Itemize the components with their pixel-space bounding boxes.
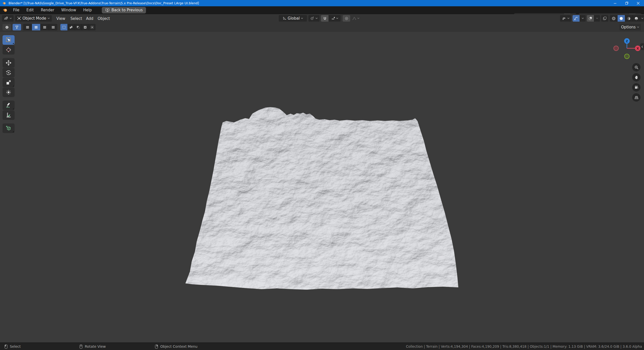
display-mode-1-button[interactable]: [23, 24, 32, 30]
overlays-toggle-button[interactable]: [587, 15, 594, 22]
add-cube-icon: [6, 125, 12, 131]
eye-cursor-icon: [562, 16, 566, 21]
select-mode-set-button[interactable]: [60, 24, 67, 30]
menu-window[interactable]: Window: [58, 6, 80, 14]
rotate-icon: [6, 70, 12, 76]
menu-select[interactable]: Select: [68, 14, 84, 23]
camera-icon: [634, 85, 639, 90]
proportional-edit-toggle[interactable]: [343, 15, 350, 22]
lines-icon: [34, 25, 38, 29]
tool-move[interactable]: [3, 58, 15, 68]
options-label: Options: [621, 25, 636, 29]
snap-toggle-button[interactable]: [321, 15, 329, 22]
magnet-icon: [323, 17, 327, 20]
options-dropdown[interactable]: Options: [619, 24, 641, 30]
display-mode-2-button[interactable]: [32, 24, 40, 30]
orientation-axes-icon: [283, 16, 287, 20]
hand-icon: [634, 75, 639, 80]
toolbar: [3, 35, 15, 133]
select-mode-subtract-button[interactable]: [74, 24, 82, 30]
mouse-middle-icon: [79, 344, 83, 349]
gizmos-toggle-button[interactable]: [573, 15, 580, 22]
editor-3d-viewport-icon: [4, 16, 8, 21]
tool-settings-bar: Options: [0, 23, 644, 32]
funnel-icon: [15, 25, 19, 29]
mouse-left-icon: [5, 344, 8, 349]
select-mode-invert-button[interactable]: [82, 24, 89, 30]
object-visibility-button[interactable]: [560, 15, 571, 22]
gizmo-axis-y-negative[interactable]: [625, 54, 629, 59]
grid-perspective-icon: [634, 95, 639, 100]
transform-icon: [6, 89, 12, 95]
gizmo-axis-x-negative[interactable]: [614, 46, 619, 51]
restore-button[interactable]: [621, 0, 632, 6]
annotate-pen-icon: [6, 102, 12, 108]
menu-help[interactable]: Help: [80, 6, 95, 14]
mode-selector[interactable]: Object Mode: [15, 15, 52, 22]
chevron-down-icon: [301, 18, 303, 19]
tool-add-cube[interactable]: [3, 123, 15, 133]
overlays-dropdown-button[interactable]: [594, 15, 600, 22]
tool-select-box[interactable]: [3, 35, 15, 45]
menu-edit[interactable]: Edit: [23, 6, 37, 14]
close-button[interactable]: [632, 0, 644, 6]
gizmos-dropdown-button[interactable]: [580, 15, 586, 22]
tool-annotate[interactable]: [3, 101, 15, 110]
back-to-previous-label: Back to Previous: [111, 8, 143, 12]
select-mode-intersect-button[interactable]: [89, 24, 96, 30]
shading-dropdown-button[interactable]: [640, 15, 644, 22]
shading-wireframe-button[interactable]: [610, 15, 617, 22]
tool-settings-gear-button[interactable]: [3, 24, 11, 30]
topbar: File Edit Render Window Help Back to Pre…: [0, 6, 644, 14]
pan-view-button[interactable]: [632, 73, 640, 81]
proportional-circle-icon: [345, 17, 348, 20]
xray-toggle-button[interactable]: [601, 15, 608, 22]
tool-transform[interactable]: [3, 88, 15, 97]
terrain-mesh[interactable]: [185, 107, 458, 290]
tool-measure[interactable]: [3, 110, 15, 120]
snap-settings-button[interactable]: [329, 15, 341, 22]
tool-scale[interactable]: [3, 78, 15, 87]
shading-material-button[interactable]: [625, 15, 632, 22]
back-to-previous-button[interactable]: Back to Previous: [102, 7, 146, 13]
gizmos-group: [573, 15, 586, 22]
cursor-icon: [6, 47, 12, 53]
shading-rendered-button[interactable]: [632, 15, 640, 22]
pivot-point-selector[interactable]: [308, 15, 319, 22]
select-intersect-icon: [90, 25, 94, 29]
chevron-down-icon: [10, 18, 12, 19]
display-mode-4-button[interactable]: [49, 24, 57, 30]
shading-solid-button[interactable]: [617, 15, 625, 22]
scale-icon: [6, 79, 12, 85]
editor-type-button[interactable]: [2, 15, 14, 22]
menu-add[interactable]: Add: [84, 14, 95, 23]
zoom-view-button[interactable]: [632, 63, 640, 71]
snapping-group: [321, 15, 341, 22]
lines-icon: [43, 25, 47, 29]
rendered-sphere-icon: [634, 16, 638, 21]
terrain-mesh-canvas[interactable]: [0, 32, 644, 342]
menu-render[interactable]: Render: [37, 6, 58, 14]
display-mode-3-button[interactable]: [40, 24, 49, 30]
material-sphere-icon: [627, 16, 631, 21]
menu-object[interactable]: Object: [96, 14, 112, 23]
proportional-falloff-button[interactable]: [350, 15, 361, 22]
keymap-rotate-view-label: Rotate View: [85, 344, 106, 348]
transform-orientation-selector[interactable]: Global: [279, 15, 307, 22]
select-mode-extend-button[interactable]: [67, 24, 74, 30]
minimize-button[interactable]: [609, 0, 621, 6]
camera-view-button[interactable]: [632, 83, 640, 92]
object-mode-icon: [17, 16, 21, 20]
tool-cursor[interactable]: [3, 45, 15, 55]
overlays-icon: [588, 16, 592, 20]
tool-rotate[interactable]: [3, 68, 15, 77]
navigation-gizmo[interactable]: Z X: [611, 36, 643, 60]
blender-menu-icon[interactable]: [3, 8, 8, 13]
mode-label: Object Mode: [22, 16, 46, 21]
viewport-3d[interactable]: Z X: [0, 32, 644, 342]
perspective-toggle-button[interactable]: [632, 93, 640, 102]
menu-file[interactable]: File: [10, 6, 23, 14]
menu-view[interactable]: View: [54, 14, 67, 23]
viewport-header: Object Mode View Select Add Object Globa…: [0, 14, 644, 23]
filter-toggle-button[interactable]: [13, 24, 21, 30]
